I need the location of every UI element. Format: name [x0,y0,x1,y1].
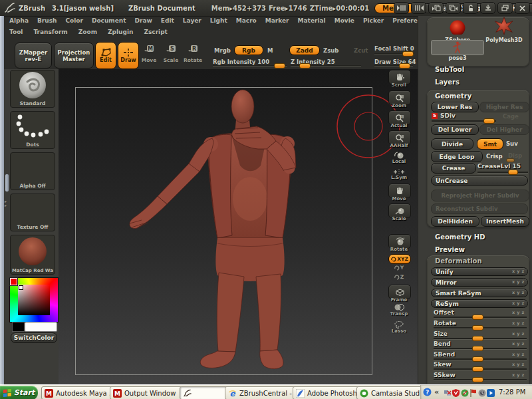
prev-document-button[interactable] [428,2,444,14]
subtool-section-header[interactable]: SubTool [435,66,464,73]
current-material-thumb[interactable]: MatCap Red Wa [10,235,55,275]
offset-slider-handle[interactable] [472,315,483,320]
bend-axes[interactable]: xyz [512,341,526,346]
scrub-left-button[interactable] [394,2,409,14]
reconstruct-subdiv-button[interactable]: Reconstruct Subdiv [431,203,528,214]
del-higher-button[interactable]: Del Higher [479,124,529,135]
projection-master-button[interactable]: ProjectionMaster [54,43,94,68]
restore-button[interactable] [497,2,513,14]
layers-section-header[interactable]: Layers [435,78,460,86]
draw-size-slider-handle[interactable] [399,63,410,68]
edge-loop-button[interactable]: Edge Loop [431,151,483,162]
z-intensity-slider-handle[interactable] [299,63,311,68]
sbend-slider-handle[interactable] [472,356,483,362]
menu-zoom[interactable]: Zoom [78,29,97,35]
flag-tray-icon[interactable] [469,388,477,397]
resym-axes[interactable]: xyz [512,301,526,306]
smt-toggle[interactable]: Smt [477,138,503,150]
menu-material[interactable]: Material [298,17,326,24]
m-toggle[interactable]: M [267,47,273,54]
zmapper-button[interactable]: ZMapperrev-E [15,43,52,68]
menu-zscript[interactable]: Zscript [144,29,168,35]
menu-zplugin[interactable]: Zplugin [108,29,133,35]
preview-section-header[interactable]: Preview [435,246,465,253]
scrub-right-button[interactable] [411,2,426,14]
unify-axes[interactable]: xyz [512,269,526,274]
size-slider-handle[interactable] [472,336,483,341]
rotate-y-button[interactable]: Y [388,265,410,271]
del-lower-button[interactable]: Del Lower [431,124,479,135]
menu-color[interactable]: Color [65,17,83,24]
menu-macro[interactable]: Macro [236,17,257,24]
task-adobe-photoshop[interactable]: Adobe Photoshop [293,386,360,399]
crease-lvl-slider-handle[interactable] [508,170,518,175]
document-canvas[interactable] [59,69,418,384]
skew-axes[interactable]: xyz [512,362,526,367]
left-tray-scroll-handle[interactable] [5,174,9,192]
menu-picker[interactable]: Picker [363,17,384,24]
crisp-toggle[interactable]: Crisp [486,153,503,160]
menu-draw[interactable]: Draw [135,17,152,24]
higher-res-button[interactable]: Higher Res [479,102,529,112]
sbend-axes[interactable]: xyz [512,352,526,357]
divide-button[interactable]: Divide [431,138,473,150]
sdiv-slider-handle[interactable] [483,118,495,124]
lower-res-button[interactable]: Lower Res [431,102,479,112]
close-button[interactable] [515,2,530,14]
minimize-button[interactable] [480,2,495,14]
cage-button[interactable]: Cage [503,113,519,120]
current-stroke-thumb[interactable]: Dots [10,111,55,149]
current-texture-thumb[interactable]: Texture Off [10,194,55,231]
geometry-hd-section-header[interactable]: Geometry HD [435,233,485,241]
current-brush-thumb[interactable]: Standard [10,70,55,108]
menu-document[interactable]: Document [92,17,126,24]
tool-item-polymesh3d[interactable]: PolyMesh3D [479,17,529,43]
help-tray-icon[interactable]: ? [423,388,432,396]
current-alpha-thumb[interactable]: Alpha Off [10,152,55,190]
tray-collapse-chevrons[interactable]: « [434,388,439,396]
task-zbrushcentral[interactable]: e ZBrushCentral - L... [225,386,297,399]
move-button[interactable]: M Move [139,44,159,63]
transp-button[interactable] [388,303,410,311]
secondary-color-swatch[interactable] [12,322,25,332]
smart-resym-axes[interactable]: xyz [512,290,526,295]
reproject-higher-subdiv-button[interactable]: Reproject Higher Subdiv [431,190,529,201]
zsub-toggle[interactable]: Zsub [323,47,338,54]
menu-light[interactable]: Light [210,17,227,24]
menu-brush[interactable]: Brush [37,17,57,24]
size-axes[interactable]: xyz [512,331,526,336]
sskew-axes[interactable]: xyz [512,372,526,378]
color-picker[interactable] [9,277,59,323]
suv-toggle[interactable]: Suv [506,140,518,147]
primary-color-swatch[interactable] [25,322,57,332]
mrgb-toggle[interactable]: Mrgb [214,47,231,54]
task-autodesk-maya[interactable]: M Autodesk Maya ... [41,386,114,399]
sskew-slider-handle[interactable] [472,377,483,382]
menu-layer[interactable]: Layer [183,17,201,24]
recorder-tray-icon[interactable] [477,388,486,397]
focal-shift-slider-handle[interactable] [402,51,414,57]
insert-mesh-button[interactable]: InsertMesh [481,216,529,227]
menu-tool[interactable]: Tool [9,29,23,35]
security-shield-tray-icon[interactable] [452,388,460,397]
antivirus-tray-icon[interactable] [460,388,469,397]
switch-color-button[interactable]: SwitchColor [11,332,57,343]
rotate-slider-handle[interactable] [472,325,483,331]
mirror-axes[interactable]: xyz [512,279,526,285]
uncrease-button[interactable]: UnCrease [431,176,528,186]
tool-item-pose3[interactable]: pose3 [431,40,484,61]
disp-slider-handle[interactable] [506,158,515,162]
edit-button[interactable]: Edit [95,42,116,69]
next-document-button[interactable] [446,2,461,14]
draw-button[interactable]: Draw [118,42,139,69]
menu-marker[interactable]: Marker [265,17,289,24]
media-player-tray-icon[interactable] [486,388,495,397]
task-camtasia-studio[interactable]: Camtasia Studio ... [356,386,426,399]
offset-axes[interactable]: xyz [512,310,526,315]
rotate-xyz-button[interactable]: XYZ [388,254,411,264]
scale-button[interactable]: S Scale [161,44,181,63]
zcut-toggle[interactable]: Zcut [354,47,368,54]
task-output-window[interactable]: M Output Window [110,386,184,399]
rgb-intensity-slider-handle[interactable] [274,63,285,68]
bend-slider-handle[interactable] [472,346,483,351]
